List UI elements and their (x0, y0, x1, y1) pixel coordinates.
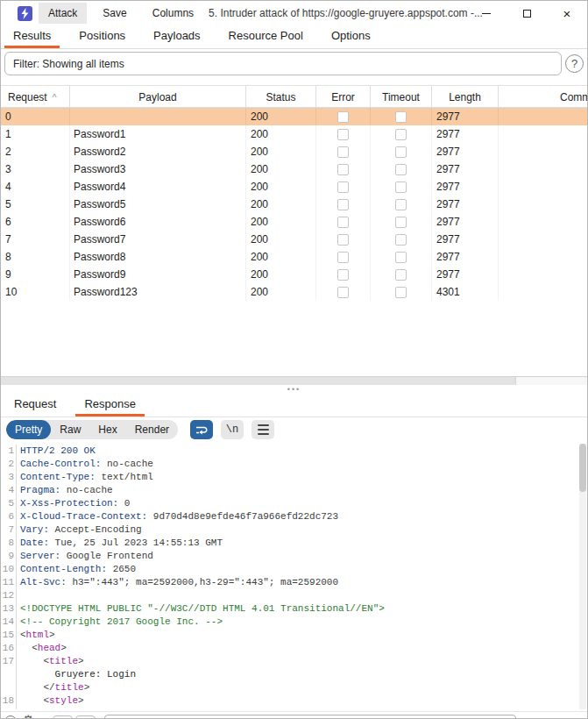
vertical-scrollbar-thumb[interactable] (579, 444, 586, 492)
cell-status: 200 (246, 213, 316, 231)
previous-match-button[interactable] (53, 715, 73, 719)
timeout-checkbox[interactable] (395, 164, 407, 175)
attack-menu[interactable]: Attack (39, 3, 87, 24)
wrap-lines-button[interactable] (190, 420, 213, 439)
maximize-button[interactable] (507, 1, 547, 25)
column-header-length[interactable]: Length (432, 86, 499, 107)
table-row[interactable]: 9Password92002977 (1, 266, 587, 283)
tab-results[interactable]: Results (4, 25, 60, 48)
line-number: 16 (1, 642, 17, 655)
table-row[interactable]: 6Password62002977 (1, 213, 587, 231)
timeout-checkbox[interactable] (395, 146, 407, 158)
timeout-checkbox[interactable] (395, 217, 407, 228)
line-number: 14 (1, 616, 17, 629)
table-row[interactable]: 1Password12002977 (1, 125, 587, 143)
error-checkbox[interactable] (337, 217, 349, 228)
line-number: 6 (1, 510, 17, 523)
gear-icon[interactable]: ⚙ (22, 713, 34, 719)
cell-length: 4301 (432, 283, 499, 301)
search-input[interactable] (104, 715, 516, 719)
error-checkbox[interactable] (337, 234, 349, 246)
horizontal-scrollbar[interactable] (1, 376, 587, 385)
cell-request: 5 (1, 196, 70, 213)
line-number: 7 (1, 523, 17, 537)
cell-payload: Password5 (70, 196, 246, 213)
panel-splitter[interactable]: ••• (1, 385, 587, 394)
cell-length: 2977 (432, 213, 499, 231)
response-code[interactable]: 1HTTP/2 200 OK2Cache-Control: no-cache3C… (1, 443, 578, 709)
cell-payload: Password8 (70, 248, 246, 266)
next-match-button[interactable] (75, 715, 96, 719)
error-checkbox[interactable] (337, 129, 349, 140)
save-menu[interactable]: Save (93, 3, 136, 24)
cell-timeout (371, 143, 432, 160)
cell-payload: Password3 (70, 160, 246, 178)
table-row[interactable]: 8Password82002977 (1, 248, 587, 266)
horizontal-scrollbar-thumb[interactable] (1, 377, 516, 385)
column-header-error[interactable]: Error (316, 86, 371, 107)
tab-payloads[interactable]: Payloads (145, 25, 209, 48)
timeout-checkbox[interactable] (395, 252, 407, 263)
error-checkbox[interactable] (337, 287, 349, 298)
error-checkbox[interactable] (337, 252, 349, 263)
columns-menu[interactable]: Columns (143, 3, 203, 24)
cell-length: 2977 (432, 196, 499, 213)
cell-error (316, 178, 371, 196)
cell-payload: Password2 (70, 143, 246, 160)
timeout-checkbox[interactable] (395, 111, 407, 123)
line-content: Date: Tue, 25 Jul 2023 14:55:13 GMT (20, 537, 223, 550)
help-button[interactable]: ? (565, 54, 584, 73)
table-row[interactable]: 3Password32002977 (1, 160, 587, 178)
table-row[interactable]: 5Password52002977 (1, 196, 587, 213)
error-checkbox[interactable] (337, 146, 349, 158)
timeout-checkbox[interactable] (395, 287, 407, 298)
table-row[interactable]: 2Password22002977 (1, 143, 587, 160)
line-content: <!DOCTYPE HTML PUBLIC "-//W3C//DTD HTML … (20, 602, 385, 616)
tab-response[interactable]: Response (75, 394, 145, 416)
column-header-request[interactable]: Request^ (1, 86, 70, 107)
timeout-checkbox[interactable] (395, 269, 407, 281)
search-settings-icon[interactable] (4, 715, 17, 719)
table-row[interactable]: 10Password1232004301 (1, 283, 587, 301)
minimize-button[interactable] (466, 1, 507, 25)
mode-pretty-button[interactable]: Pretty (6, 420, 51, 439)
tab-options[interactable]: Options (322, 25, 379, 48)
title-bar: Attack Save Columns 5. Intruder attack o… (1, 1, 587, 25)
error-checkbox[interactable] (337, 269, 349, 281)
tab-request[interactable]: Request (5, 394, 65, 416)
filter-bar[interactable]: Filter: Showing all items (4, 52, 562, 75)
mode-hex-button[interactable]: Hex (89, 420, 125, 439)
cell-status: 200 (246, 160, 316, 178)
line-content: Cache-Control: no-cache (20, 458, 153, 471)
error-checkbox[interactable] (337, 111, 349, 123)
column-header-comment[interactable]: Comment (499, 86, 587, 107)
tab-positions[interactable]: Positions (70, 25, 134, 48)
cell-timeout (371, 266, 432, 283)
code-line: 19 /* Copyright 2017 Google Inc. */ (1, 708, 578, 709)
mode-raw-button[interactable]: Raw (51, 420, 89, 439)
line-content: Server: Google Frontend (20, 550, 153, 563)
error-checkbox[interactable] (337, 182, 349, 193)
newline-toggle-button[interactable]: \n (221, 420, 244, 439)
tab-resource-pool[interactable]: Resource Pool (220, 25, 312, 48)
cell-comment (499, 196, 587, 213)
table-row[interactable]: 7Password72002977 (1, 231, 587, 248)
column-header-status[interactable]: Status (246, 86, 316, 107)
error-checkbox[interactable] (337, 199, 349, 210)
table-row[interactable]: 4Password42002977 (1, 178, 587, 196)
editor-menu-button[interactable] (251, 420, 274, 439)
error-checkbox[interactable] (337, 164, 349, 175)
close-button[interactable]: × (547, 1, 587, 25)
timeout-checkbox[interactable] (395, 182, 407, 193)
timeout-checkbox[interactable] (395, 199, 407, 210)
mode-render-button[interactable]: Render (126, 420, 178, 439)
vertical-scrollbar[interactable] (579, 444, 586, 709)
timeout-checkbox[interactable] (395, 129, 407, 140)
column-header-payload[interactable]: Payload (70, 86, 246, 107)
timeout-checkbox[interactable] (395, 234, 407, 246)
line-content: HTTP/2 200 OK (20, 445, 96, 458)
code-line: 3Content-Type: text/html (1, 471, 578, 484)
cell-request: 4 (1, 178, 70, 196)
table-row[interactable]: 02002977 (1, 108, 587, 125)
column-header-timeout[interactable]: Timeout (371, 86, 432, 107)
